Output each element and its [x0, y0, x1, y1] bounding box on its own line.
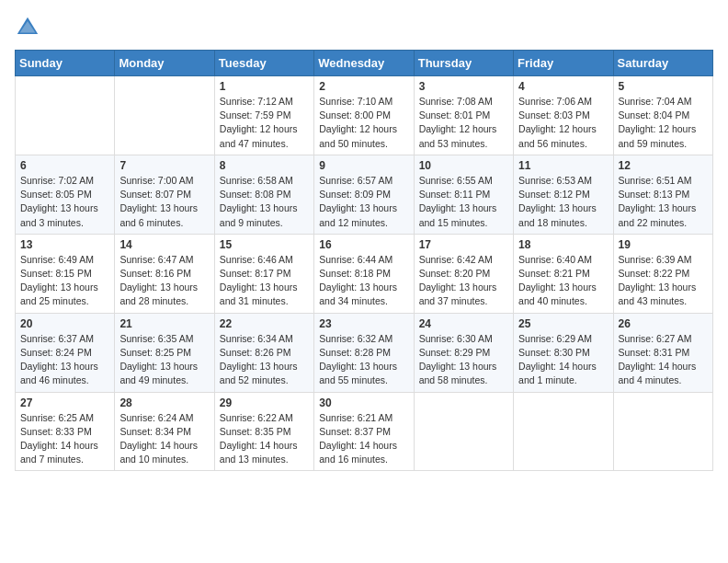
day-number: 12	[619, 159, 708, 172]
day-info: Sunrise: 6:47 AM Sunset: 8:16 PM Dayligh…	[119, 253, 209, 309]
calendar-week-row: 20Sunrise: 6:37 AM Sunset: 8:24 PM Dayli…	[16, 313, 713, 392]
calendar-cell: 23Sunrise: 6:32 AM Sunset: 8:28 PM Dayli…	[314, 313, 414, 392]
day-number: 4	[518, 80, 608, 93]
day-number: 3	[419, 80, 508, 93]
day-info: Sunrise: 6:49 AM Sunset: 8:15 PM Dayligh…	[20, 253, 109, 309]
weekday-header-row: SundayMondayTuesdayWednesdayThursdayFrid…	[16, 51, 713, 76]
day-number: 27	[20, 396, 109, 409]
calendar-cell: 28Sunrise: 6:24 AM Sunset: 8:34 PM Dayli…	[115, 392, 214, 471]
day-number: 28	[119, 396, 209, 409]
day-number: 15	[220, 238, 309, 251]
calendar-cell: 17Sunrise: 6:42 AM Sunset: 8:20 PM Dayli…	[414, 234, 513, 313]
day-number: 7	[119, 159, 209, 172]
day-info: Sunrise: 6:21 AM Sunset: 8:37 PM Dayligh…	[319, 411, 408, 467]
day-info: Sunrise: 7:12 AM Sunset: 7:59 PM Dayligh…	[220, 95, 309, 151]
day-number: 13	[20, 238, 109, 251]
day-number: 30	[319, 396, 408, 409]
day-number: 29	[220, 396, 309, 409]
calendar-cell: 4Sunrise: 7:06 AM Sunset: 8:03 PM Daylig…	[514, 76, 613, 155]
calendar-cell: 12Sunrise: 6:51 AM Sunset: 8:13 PM Dayli…	[613, 155, 712, 234]
calendar-cell	[613, 392, 712, 471]
weekday-header-saturday: Saturday	[613, 51, 712, 76]
day-info: Sunrise: 6:35 AM Sunset: 8:25 PM Dayligh…	[119, 332, 209, 388]
calendar-cell: 3Sunrise: 7:08 AM Sunset: 8:01 PM Daylig…	[414, 76, 513, 155]
calendar-cell	[514, 392, 613, 471]
calendar-cell: 16Sunrise: 6:44 AM Sunset: 8:18 PM Dayli…	[314, 234, 414, 313]
weekday-header-friday: Friday	[514, 51, 613, 76]
calendar-cell: 24Sunrise: 6:30 AM Sunset: 8:29 PM Dayli…	[414, 313, 513, 392]
calendar-week-row: 1Sunrise: 7:12 AM Sunset: 7:59 PM Daylig…	[16, 76, 713, 155]
day-number: 22	[220, 317, 309, 330]
day-info: Sunrise: 6:40 AM Sunset: 8:21 PM Dayligh…	[518, 253, 608, 309]
day-number: 19	[619, 238, 708, 251]
calendar-cell: 7Sunrise: 7:00 AM Sunset: 8:07 PM Daylig…	[115, 155, 214, 234]
day-number: 6	[20, 159, 109, 172]
day-info: Sunrise: 6:55 AM Sunset: 8:11 PM Dayligh…	[419, 174, 508, 230]
day-number: 1	[220, 80, 309, 93]
day-info: Sunrise: 6:34 AM Sunset: 8:26 PM Dayligh…	[220, 332, 309, 388]
calendar-cell: 18Sunrise: 6:40 AM Sunset: 8:21 PM Dayli…	[514, 234, 613, 313]
day-number: 24	[419, 317, 508, 330]
calendar-cell: 8Sunrise: 6:58 AM Sunset: 8:08 PM Daylig…	[214, 155, 313, 234]
day-info: Sunrise: 7:00 AM Sunset: 8:07 PM Dayligh…	[119, 174, 209, 230]
calendar-cell: 1Sunrise: 7:12 AM Sunset: 7:59 PM Daylig…	[214, 76, 313, 155]
day-number: 8	[220, 159, 309, 172]
day-info: Sunrise: 7:04 AM Sunset: 8:04 PM Dayligh…	[619, 95, 708, 151]
calendar-cell	[16, 76, 115, 155]
day-info: Sunrise: 6:25 AM Sunset: 8:33 PM Dayligh…	[20, 411, 109, 467]
weekday-header-thursday: Thursday	[414, 51, 513, 76]
day-number: 5	[619, 80, 708, 93]
day-info: Sunrise: 6:24 AM Sunset: 8:34 PM Dayligh…	[119, 411, 209, 467]
day-number: 18	[518, 238, 608, 251]
day-info: Sunrise: 7:10 AM Sunset: 8:00 PM Dayligh…	[319, 95, 408, 151]
calendar-cell: 13Sunrise: 6:49 AM Sunset: 8:15 PM Dayli…	[16, 234, 115, 313]
calendar-cell: 2Sunrise: 7:10 AM Sunset: 8:00 PM Daylig…	[314, 76, 414, 155]
day-info: Sunrise: 6:51 AM Sunset: 8:13 PM Dayligh…	[619, 174, 708, 230]
day-info: Sunrise: 6:37 AM Sunset: 8:24 PM Dayligh…	[20, 332, 109, 388]
calendar-cell: 29Sunrise: 6:22 AM Sunset: 8:35 PM Dayli…	[214, 392, 313, 471]
day-info: Sunrise: 6:53 AM Sunset: 8:12 PM Dayligh…	[518, 174, 608, 230]
day-info: Sunrise: 7:02 AM Sunset: 8:05 PM Dayligh…	[20, 174, 109, 230]
weekday-header-monday: Monday	[115, 51, 214, 76]
calendar-cell: 5Sunrise: 7:04 AM Sunset: 8:04 PM Daylig…	[613, 76, 712, 155]
calendar-cell: 25Sunrise: 6:29 AM Sunset: 8:30 PM Dayli…	[514, 313, 613, 392]
calendar-week-row: 6Sunrise: 7:02 AM Sunset: 8:05 PM Daylig…	[16, 155, 713, 234]
logo	[15, 15, 44, 40]
day-info: Sunrise: 6:57 AM Sunset: 8:09 PM Dayligh…	[319, 174, 408, 230]
day-number: 14	[119, 238, 209, 251]
calendar-cell: 19Sunrise: 6:39 AM Sunset: 8:22 PM Dayli…	[613, 234, 712, 313]
day-info: Sunrise: 7:08 AM Sunset: 8:01 PM Dayligh…	[419, 95, 508, 151]
calendar-week-row: 27Sunrise: 6:25 AM Sunset: 8:33 PM Dayli…	[16, 392, 713, 471]
calendar-cell: 11Sunrise: 6:53 AM Sunset: 8:12 PM Dayli…	[514, 155, 613, 234]
day-number: 25	[518, 317, 608, 330]
day-number: 26	[619, 317, 708, 330]
day-number: 10	[419, 159, 508, 172]
day-info: Sunrise: 6:58 AM Sunset: 8:08 PM Dayligh…	[220, 174, 309, 230]
day-info: Sunrise: 6:39 AM Sunset: 8:22 PM Dayligh…	[619, 253, 708, 309]
calendar-week-row: 13Sunrise: 6:49 AM Sunset: 8:15 PM Dayli…	[16, 234, 713, 313]
calendar-table: SundayMondayTuesdayWednesdayThursdayFrid…	[15, 50, 713, 471]
day-info: Sunrise: 6:29 AM Sunset: 8:30 PM Dayligh…	[518, 332, 608, 388]
calendar-cell	[115, 76, 214, 155]
day-number: 11	[518, 159, 608, 172]
weekday-header-tuesday: Tuesday	[214, 51, 313, 76]
day-info: Sunrise: 6:30 AM Sunset: 8:29 PM Dayligh…	[419, 332, 508, 388]
day-number: 20	[20, 317, 109, 330]
day-number: 17	[419, 238, 508, 251]
weekday-header-sunday: Sunday	[16, 51, 115, 76]
day-info: Sunrise: 6:44 AM Sunset: 8:18 PM Dayligh…	[319, 253, 408, 309]
calendar-cell: 27Sunrise: 6:25 AM Sunset: 8:33 PM Dayli…	[16, 392, 115, 471]
calendar-cell: 6Sunrise: 7:02 AM Sunset: 8:05 PM Daylig…	[16, 155, 115, 234]
day-info: Sunrise: 6:22 AM Sunset: 8:35 PM Dayligh…	[220, 411, 309, 467]
day-info: Sunrise: 7:06 AM Sunset: 8:03 PM Dayligh…	[518, 95, 608, 151]
day-number: 21	[119, 317, 209, 330]
logo-icon	[15, 15, 40, 40]
day-info: Sunrise: 6:46 AM Sunset: 8:17 PM Dayligh…	[220, 253, 309, 309]
calendar-cell: 21Sunrise: 6:35 AM Sunset: 8:25 PM Dayli…	[115, 313, 214, 392]
calendar-cell: 10Sunrise: 6:55 AM Sunset: 8:11 PM Dayli…	[414, 155, 513, 234]
calendar-cell: 9Sunrise: 6:57 AM Sunset: 8:09 PM Daylig…	[314, 155, 414, 234]
day-info: Sunrise: 6:32 AM Sunset: 8:28 PM Dayligh…	[319, 332, 408, 388]
day-number: 2	[319, 80, 408, 93]
day-info: Sunrise: 6:42 AM Sunset: 8:20 PM Dayligh…	[419, 253, 508, 309]
calendar-cell: 30Sunrise: 6:21 AM Sunset: 8:37 PM Dayli…	[314, 392, 414, 471]
